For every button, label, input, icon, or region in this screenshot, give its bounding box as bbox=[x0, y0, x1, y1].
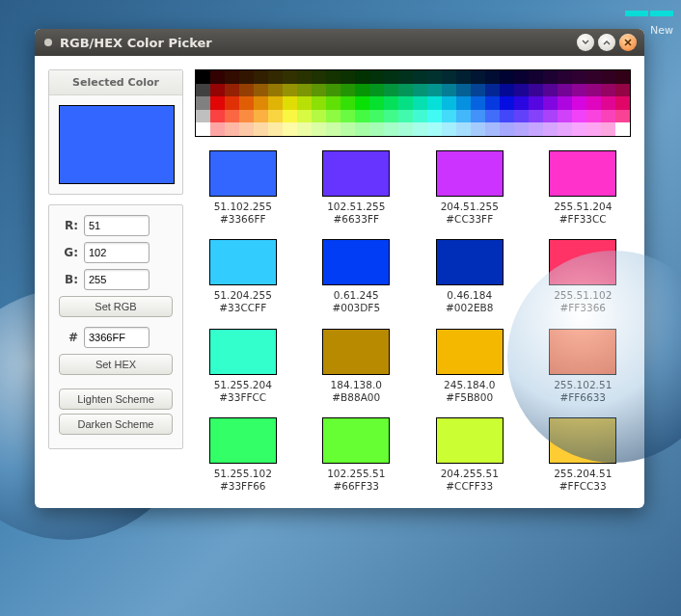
palette-cell[interactable] bbox=[413, 122, 427, 136]
palette-cell[interactable] bbox=[543, 122, 558, 136]
palette-cell[interactable] bbox=[413, 84, 427, 97]
palette-cell[interactable] bbox=[413, 110, 427, 123]
palette-cell[interactable] bbox=[326, 110, 340, 123]
b-input[interactable] bbox=[84, 269, 150, 290]
palette-cell[interactable] bbox=[254, 110, 268, 123]
scheme-swatch[interactable] bbox=[436, 329, 504, 375]
palette-cell[interactable] bbox=[369, 70, 384, 84]
palette-cell[interactable] bbox=[355, 84, 369, 97]
palette-cell[interactable] bbox=[398, 110, 413, 123]
palette-cell[interactable] bbox=[413, 96, 427, 110]
palette-cell[interactable] bbox=[456, 84, 471, 97]
palette-cell[interactable] bbox=[312, 96, 326, 110]
palette-cell[interactable] bbox=[500, 110, 514, 123]
palette-cell[interactable] bbox=[442, 122, 456, 136]
scheme-swatch[interactable] bbox=[436, 239, 504, 285]
palette-cell[interactable] bbox=[268, 84, 283, 97]
maximize-button[interactable] bbox=[598, 34, 615, 51]
palette-cell[interactable] bbox=[312, 110, 326, 123]
palette-cell[interactable] bbox=[312, 122, 326, 136]
palette-cell[interactable] bbox=[456, 122, 471, 136]
palette-cell[interactable] bbox=[384, 84, 398, 97]
scheme-swatch[interactable] bbox=[549, 417, 616, 464]
palette-cell[interactable] bbox=[369, 96, 384, 110]
palette-cell[interactable] bbox=[326, 84, 340, 97]
palette-cell[interactable] bbox=[601, 96, 615, 110]
palette-cell[interactable] bbox=[384, 122, 398, 136]
palette-cell[interactable] bbox=[427, 70, 442, 84]
palette-cell[interactable] bbox=[543, 110, 558, 123]
palette-cell[interactable] bbox=[384, 70, 398, 84]
palette-cell[interactable] bbox=[340, 70, 355, 84]
palette-cell[interactable] bbox=[471, 70, 485, 84]
palette-cell[interactable] bbox=[601, 70, 615, 84]
palette-cell[interactable] bbox=[297, 110, 312, 123]
palette-cell[interactable] bbox=[210, 84, 225, 97]
palette-cell[interactable] bbox=[254, 84, 268, 97]
palette-cell[interactable] bbox=[615, 84, 630, 97]
palette-cell[interactable] bbox=[268, 110, 283, 123]
palette-cell[interactable] bbox=[586, 96, 601, 110]
palette-cell[interactable] bbox=[572, 70, 586, 84]
scheme-swatch[interactable] bbox=[436, 417, 504, 464]
lighten-scheme-button[interactable]: Lighten Scheme bbox=[59, 388, 173, 410]
close-button[interactable] bbox=[619, 34, 637, 51]
palette-cell[interactable] bbox=[615, 96, 630, 110]
palette-cell[interactable] bbox=[615, 110, 630, 123]
palette-cell[interactable] bbox=[543, 96, 558, 110]
palette-cell[interactable] bbox=[369, 122, 384, 136]
palette-cell[interactable] bbox=[384, 96, 398, 110]
palette-cell[interactable] bbox=[239, 110, 254, 123]
palette-cell[interactable] bbox=[196, 84, 210, 97]
palette-cell[interactable] bbox=[355, 96, 369, 110]
palette-cell[interactable] bbox=[442, 84, 456, 97]
scheme-swatch[interactable] bbox=[209, 239, 277, 285]
palette-cell[interactable] bbox=[239, 122, 254, 136]
palette-cell[interactable] bbox=[543, 84, 558, 97]
palette-cell[interactable] bbox=[398, 70, 413, 84]
palette-cell[interactable] bbox=[485, 122, 500, 136]
palette-cell[interactable] bbox=[586, 70, 601, 84]
palette-cell[interactable] bbox=[369, 110, 384, 123]
palette-cell[interactable] bbox=[268, 96, 283, 110]
palette-cell[interactable] bbox=[239, 96, 254, 110]
palette-cell[interactable] bbox=[514, 122, 529, 136]
palette-cell[interactable] bbox=[615, 122, 630, 136]
palette-cell[interactable] bbox=[369, 84, 384, 97]
palette-cell[interactable] bbox=[514, 84, 529, 97]
palette-cell[interactable] bbox=[340, 96, 355, 110]
palette-cell[interactable] bbox=[239, 70, 254, 84]
palette-cell[interactable] bbox=[254, 70, 268, 84]
palette-cell[interactable] bbox=[413, 70, 427, 84]
palette-cell[interactable] bbox=[283, 70, 297, 84]
palette-cell[interactable] bbox=[268, 70, 283, 84]
palette-cell[interactable] bbox=[225, 96, 239, 110]
minimize-button[interactable] bbox=[577, 34, 594, 51]
palette-cell[interactable] bbox=[558, 110, 572, 123]
palette-cell[interactable] bbox=[442, 96, 456, 110]
palette-cell[interactable] bbox=[239, 84, 254, 97]
palette-cell[interactable] bbox=[529, 110, 543, 123]
palette-cell[interactable] bbox=[529, 84, 543, 97]
palette-cell[interactable] bbox=[427, 110, 442, 123]
palette-cell[interactable] bbox=[456, 96, 471, 110]
palette-cell[interactable] bbox=[485, 70, 500, 84]
palette-cell[interactable] bbox=[500, 70, 514, 84]
palette-cell[interactable] bbox=[558, 122, 572, 136]
scheme-swatch[interactable] bbox=[549, 239, 616, 285]
palette-cell[interactable] bbox=[471, 84, 485, 97]
palette-cell[interactable] bbox=[398, 84, 413, 97]
palette-cell[interactable] bbox=[485, 110, 500, 123]
palette-cell[interactable] bbox=[586, 110, 601, 123]
palette-cell[interactable] bbox=[398, 122, 413, 136]
palette-cell[interactable] bbox=[196, 96, 210, 110]
palette-cell[interactable] bbox=[225, 70, 239, 84]
scheme-swatch[interactable] bbox=[549, 329, 616, 375]
scheme-swatch[interactable] bbox=[209, 329, 277, 375]
scheme-swatch[interactable] bbox=[209, 417, 277, 464]
palette-cell[interactable] bbox=[601, 110, 615, 123]
palette-cell[interactable] bbox=[283, 96, 297, 110]
palette-cell[interactable] bbox=[210, 70, 225, 84]
palette-cell[interactable] bbox=[601, 122, 615, 136]
palette-cell[interactable] bbox=[283, 110, 297, 123]
